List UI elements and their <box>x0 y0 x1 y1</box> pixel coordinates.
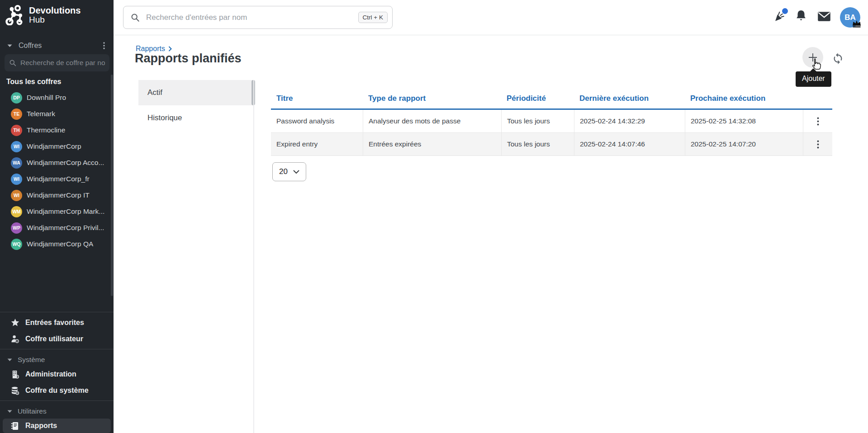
entry-search-input[interactable] <box>146 13 352 22</box>
sidebar-item-label: Coffre du système <box>25 386 89 395</box>
sidebar-section-utilities[interactable]: Utilitaires <box>7 405 47 418</box>
divider <box>0 312 114 312</box>
vault-name: WindjammerCorp <box>27 142 81 151</box>
devolutions-logo-icon <box>5 5 25 25</box>
notifications-bell-icon[interactable] <box>795 9 807 23</box>
logo-text: Devolutions Hub <box>29 6 81 24</box>
scheduled-reports-table: Titre Type de rapport Périodicité Derniè… <box>271 90 832 156</box>
divider <box>0 349 114 349</box>
vault-avatar: TH <box>11 125 22 136</box>
announcements-badge <box>782 8 788 14</box>
user-vault-icon <box>10 335 20 344</box>
star-icon <box>10 319 20 327</box>
cell-derniere: 2025-02-24 14:32:29 <box>574 110 685 132</box>
cell-prochaine: 2025-02-25 14:32:08 <box>685 110 803 132</box>
chevron-down-icon <box>293 170 299 174</box>
sidebar-item-user-vault[interactable]: Coffre utilisateur <box>0 331 114 347</box>
vault-avatar: WA <box>11 157 22 169</box>
chevron-down-icon <box>7 410 12 413</box>
topbar: Ctrl + K BA <box>114 0 868 35</box>
section-label: Système <box>18 356 45 364</box>
vault-avatar: WP <box>11 222 22 234</box>
sidebar-item-label: Coffre utilisateur <box>25 335 83 343</box>
subnav-scrollbar-track <box>253 80 254 433</box>
sidebar: Devolutions Hub Coffres Tous les coffres… <box>0 0 114 433</box>
vaults-menu-kebab-icon[interactable] <box>99 41 109 51</box>
vault-name: Downhill Pro <box>27 94 66 102</box>
row-kebab-menu-icon[interactable] <box>817 140 819 149</box>
column-header-titre[interactable]: Titre <box>271 90 363 108</box>
sidebar-item-favorites[interactable]: Entrées favorites <box>0 315 114 331</box>
table-row[interactable]: Expired entry Entrées expirées Tous les … <box>271 133 832 156</box>
admin-crown-icon <box>852 20 861 28</box>
column-header-type[interactable]: Type de rapport <box>363 90 501 108</box>
cell-derniere: 2025-02-24 14:07:46 <box>574 133 685 155</box>
vault-name: WindjammerCorp_fr <box>27 175 90 183</box>
vault-item[interactable]: WIWindjammerCorp IT <box>0 187 114 203</box>
vault-item[interactable]: THThermocline <box>0 122 114 138</box>
cell-periodicite: Tous les jours <box>501 110 574 132</box>
vault-item[interactable]: WAWindjammerCorp Acco... <box>0 155 114 171</box>
vault-avatar: WI <box>11 190 22 201</box>
vault-avatar: WM <box>11 206 22 217</box>
divider <box>0 400 114 401</box>
sidebar-item-label: Entrées favorites <box>25 319 84 327</box>
devolutions-hub-logo[interactable]: Devolutions Hub <box>5 5 81 25</box>
cell-prochaine: 2025-02-25 14:07:20 <box>685 133 803 155</box>
vault-search-input[interactable] <box>20 59 105 67</box>
column-header-prochaine-execution[interactable]: Prochaine exécution <box>685 90 803 108</box>
cell-type: Analyseur des mots de passe <box>363 110 501 132</box>
vault-avatar: WI <box>11 141 22 152</box>
sidebar-item-reports[interactable]: Rapports <box>3 419 111 433</box>
vaults-section-label: Coffres <box>19 42 99 50</box>
vaults-section-header[interactable]: Coffres <box>7 40 109 52</box>
tab-actif[interactable]: Actif <box>138 80 253 105</box>
vault-name: WindjammerCorp Acco... <box>27 159 104 167</box>
vault-item[interactable]: WQWindjammerCorp QA <box>0 236 114 252</box>
page-size-select[interactable]: 20 <box>272 162 306 181</box>
vault-item[interactable]: TETelemark <box>0 106 114 122</box>
report-book-icon <box>10 422 20 430</box>
tab-historique[interactable]: Historique <box>138 105 253 131</box>
chevron-down-icon <box>7 358 12 362</box>
table-row[interactable]: Password analysis Analyseur des mots de … <box>271 110 832 133</box>
row-kebab-menu-icon[interactable] <box>817 117 819 126</box>
column-header-periodicite[interactable]: Périodicité <box>501 90 574 108</box>
sidebar-item-administration[interactable]: Administration <box>0 366 114 382</box>
vault-name: WindjammerCorp Mark... <box>27 207 104 216</box>
vault-name: Telemark <box>27 110 55 118</box>
column-header-derniere-execution[interactable]: Dernière exécution <box>574 90 685 108</box>
vault-name: Thermocline <box>27 126 65 134</box>
all-vaults-label[interactable]: Tous les coffres <box>6 78 62 86</box>
administration-icon <box>10 370 20 379</box>
column-header-actions <box>803 90 832 108</box>
vault-item[interactable]: WMWindjammerCorp Mark... <box>0 203 114 220</box>
vault-list: DPDownhill Pro TETelemark THThermocline … <box>0 89 114 252</box>
table-header: Titre Type de rapport Périodicité Derniè… <box>271 90 832 110</box>
page-title: Rapports planifiés <box>135 52 242 66</box>
cell-type: Entrées expirées <box>363 133 501 155</box>
sidebar-section-system[interactable]: Système <box>7 353 45 366</box>
refresh-button[interactable] <box>832 52 844 65</box>
cell-periodicite: Tous les jours <box>501 133 574 155</box>
messages-mail-icon[interactable] <box>817 11 831 22</box>
logo-line2: Hub <box>29 15 81 24</box>
chevron-right-icon <box>168 46 172 52</box>
search-icon <box>9 59 16 66</box>
main-content: Rapports Rapports planifiés Ajouter Acti… <box>114 35 868 433</box>
keyboard-shortcut-badge: Ctrl + K <box>358 12 388 23</box>
page-size-value: 20 <box>279 167 288 176</box>
tooltip-label: Ajouter <box>802 75 825 82</box>
sidebar-scrollbar[interactable] <box>111 75 113 296</box>
vault-item[interactable]: WPWindjammerCorp Privil... <box>0 220 114 236</box>
database-icon <box>10 386 20 395</box>
vault-item[interactable]: WIWindjammerCorp <box>0 138 114 155</box>
report-subnav: Actif Historique <box>138 80 253 131</box>
sidebar-item-system-vault[interactable]: Coffre du système <box>0 382 114 399</box>
vault-avatar: WQ <box>11 239 22 250</box>
vault-name: WindjammerCorp Privil... <box>27 224 104 232</box>
vault-item[interactable]: WIWindjammerCorp_fr <box>0 171 114 187</box>
cell-titre: Password analysis <box>271 110 363 132</box>
vault-item[interactable]: DPDownhill Pro <box>0 89 114 106</box>
vault-search <box>5 54 109 71</box>
